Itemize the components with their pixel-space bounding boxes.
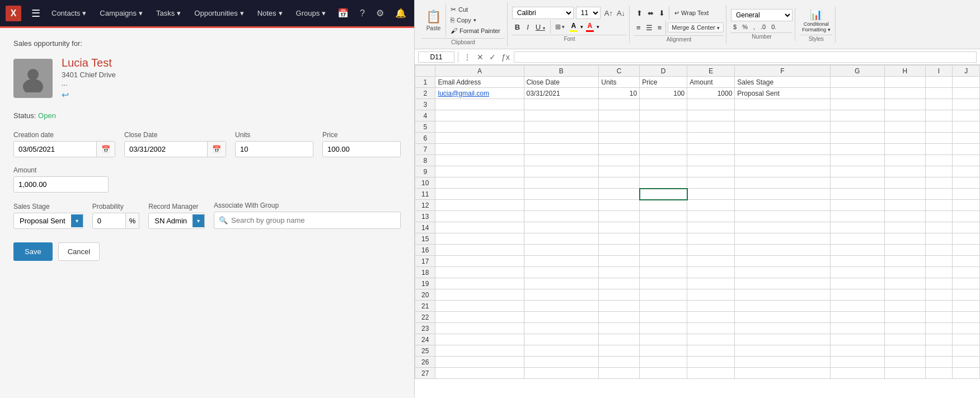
cell-A23[interactable] [435, 323, 524, 334]
cell-C1[interactable]: Units [599, 77, 640, 88]
col-header-H[interactable]: H [884, 65, 925, 77]
cell-B13[interactable] [524, 211, 599, 222]
font-color-dropdown[interactable]: ▾ [597, 24, 599, 30]
cell-I8[interactable] [925, 155, 953, 166]
cell-C21[interactable] [599, 301, 640, 312]
cell-E4[interactable] [687, 110, 735, 121]
cell-D23[interactable] [640, 323, 687, 334]
cell-I15[interactable] [925, 233, 953, 245]
cell-B3[interactable] [524, 99, 599, 110]
align-bottom-button[interactable]: ⬇ [657, 8, 667, 18]
cell-I4[interactable] [925, 110, 953, 121]
cell-C8[interactable] [599, 155, 640, 166]
cell-B16[interactable] [524, 245, 599, 256]
cell-A10[interactable] [435, 177, 524, 189]
cell-G19[interactable] [830, 278, 884, 289]
cell-H5[interactable] [884, 121, 925, 133]
cell-G23[interactable] [830, 323, 884, 334]
cell-E5[interactable] [687, 121, 735, 133]
cell-I2[interactable] [925, 88, 953, 99]
cell-D20[interactable] [640, 289, 687, 301]
borders-button[interactable]: ⊞ ▾ [553, 22, 567, 32]
cell-D17[interactable] [640, 256, 687, 267]
cell-A25[interactable] [435, 345, 524, 357]
cell-G6[interactable] [830, 133, 884, 144]
cell-C12[interactable] [599, 200, 640, 211]
cell-C10[interactable] [599, 177, 640, 189]
cell-H10[interactable] [884, 177, 925, 189]
cell-E25[interactable] [687, 345, 735, 357]
sales-stage-dropdown[interactable]: Proposal Sent ▾ [13, 213, 83, 229]
cell-C25[interactable] [599, 345, 640, 357]
cell-D5[interactable] [640, 121, 687, 133]
highlight-color-button[interactable]: A [568, 21, 579, 32]
record-manager-dropdown[interactable]: SN Admin ▾ [148, 213, 205, 229]
cell-G22[interactable] [830, 312, 884, 323]
cell-G25[interactable] [830, 345, 884, 357]
cell-H14[interactable] [884, 222, 925, 233]
cell-F19[interactable] [735, 278, 830, 289]
cell-I20[interactable] [925, 289, 953, 301]
cell-F15[interactable] [735, 233, 830, 245]
cell-I14[interactable] [925, 222, 953, 233]
cell-C9[interactable] [599, 166, 640, 177]
font-name-select[interactable]: Calibri [512, 7, 574, 19]
cell-ref-box[interactable]: D11 [418, 51, 454, 63]
italic-button[interactable]: I [524, 22, 532, 32]
cell-D2[interactable]: 100 [640, 88, 687, 99]
cell-G2[interactable] [830, 88, 884, 99]
cell-A21[interactable] [435, 301, 524, 312]
close-date-calendar-icon[interactable]: 📅 [207, 142, 226, 157]
nav-groups[interactable]: Groups ▾ [290, 6, 332, 21]
highlight-dropdown[interactable]: ▾ [580, 24, 583, 30]
cell-F16[interactable] [735, 245, 830, 256]
cell-B9[interactable] [524, 166, 599, 177]
cell-J22[interactable] [953, 312, 980, 323]
cell-B25[interactable] [524, 345, 599, 357]
cell-D25[interactable] [640, 345, 687, 357]
cell-J17[interactable] [953, 256, 980, 267]
cell-E16[interactable] [687, 245, 735, 256]
help-icon[interactable]: ? [358, 6, 367, 21]
cell-C14[interactable] [599, 222, 640, 233]
formula-input[interactable] [514, 51, 977, 63]
cell-D12[interactable] [640, 200, 687, 211]
decrease-decimal-button[interactable]: 0. [769, 22, 779, 31]
cell-H16[interactable] [884, 245, 925, 256]
nav-notes[interactable]: Notes ▾ [252, 6, 288, 21]
cell-C6[interactable] [599, 133, 640, 144]
cell-J6[interactable] [953, 133, 980, 144]
cell-J9[interactable] [953, 166, 980, 177]
cell-H22[interactable] [884, 312, 925, 323]
cell-I16[interactable] [925, 245, 953, 256]
cell-J14[interactable] [953, 222, 980, 233]
cell-B10[interactable] [524, 177, 599, 189]
cell-F17[interactable] [735, 256, 830, 267]
align-middle-button[interactable]: ⬌ [645, 8, 656, 18]
cell-H8[interactable] [884, 155, 925, 166]
cell-D24[interactable] [640, 334, 687, 345]
cell-F13[interactable] [735, 211, 830, 222]
cell-H20[interactable] [884, 289, 925, 301]
cell-C26[interactable] [599, 357, 640, 368]
col-header-J[interactable]: J [953, 65, 980, 77]
cell-F22[interactable] [735, 312, 830, 323]
cell-J23[interactable] [953, 323, 980, 334]
cell-G7[interactable] [830, 144, 884, 155]
format-painter-button[interactable]: 🖌 Format Painter [448, 26, 503, 36]
cell-G21[interactable] [830, 301, 884, 312]
cell-B21[interactable] [524, 301, 599, 312]
cell-I17[interactable] [925, 256, 953, 267]
col-header-B[interactable]: B [524, 65, 599, 77]
cell-E10[interactable] [687, 177, 735, 189]
wrap-text-button[interactable]: ↵ Wrap Text [671, 8, 712, 18]
cell-J8[interactable] [953, 155, 980, 166]
cell-B22[interactable] [524, 312, 599, 323]
cell-G10[interactable] [830, 177, 884, 189]
cell-J16[interactable] [953, 245, 980, 256]
conditional-formatting-button[interactable]: 📊 ConditionalFormatting ▾ [800, 7, 833, 34]
cell-J19[interactable] [953, 278, 980, 289]
cell-J7[interactable] [953, 144, 980, 155]
insert-function-icon[interactable]: ƒx [500, 51, 512, 63]
cell-E19[interactable] [687, 278, 735, 289]
